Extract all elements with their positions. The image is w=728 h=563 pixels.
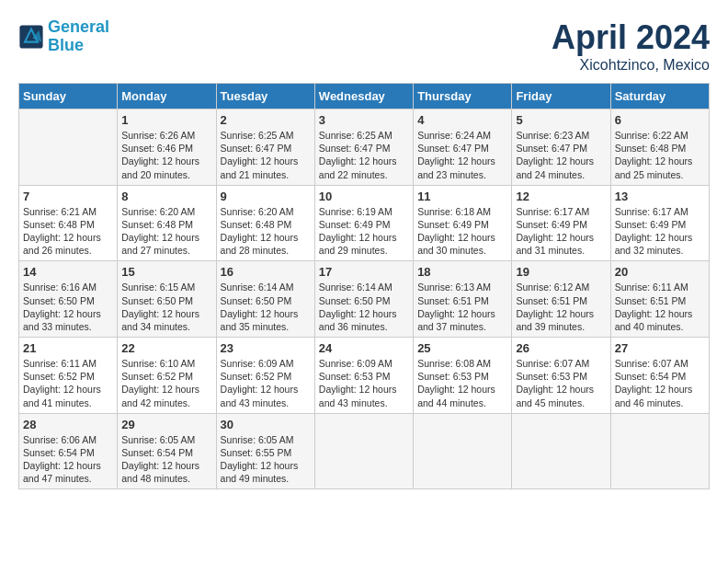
col-header-sunday: Sunday: [19, 84, 118, 109]
calendar-cell: 24Sunrise: 6:09 AM Sunset: 6:53 PM Dayli…: [314, 338, 413, 414]
col-header-thursday: Thursday: [414, 84, 512, 109]
logo-blue: Blue: [48, 36, 84, 54]
day-number: 15: [121, 265, 211, 279]
day-number: 22: [121, 341, 211, 355]
calendar-cell: [314, 413, 413, 489]
day-info: Sunrise: 6:07 AM Sunset: 6:53 PM Dayligh…: [516, 357, 606, 409]
day-number: 25: [417, 341, 507, 355]
day-number: 1: [121, 113, 211, 127]
day-number: 23: [221, 341, 311, 355]
day-number: 24: [319, 341, 409, 355]
calendar-cell: 28Sunrise: 6:06 AM Sunset: 6:54 PM Dayli…: [19, 413, 118, 489]
calendar-week-row: 28Sunrise: 6:06 AM Sunset: 6:54 PM Dayli…: [19, 413, 710, 489]
calendar-cell: 17Sunrise: 6:14 AM Sunset: 6:50 PM Dayli…: [314, 261, 413, 338]
day-info: Sunrise: 6:25 AM Sunset: 6:47 PM Dayligh…: [221, 129, 311, 181]
day-number: 14: [23, 265, 113, 279]
calendar-cell: [414, 413, 512, 489]
calendar-cell: 16Sunrise: 6:14 AM Sunset: 6:50 PM Dayli…: [216, 261, 314, 338]
day-number: 18: [417, 265, 507, 279]
day-number: 17: [319, 265, 409, 279]
calendar-cell: 11Sunrise: 6:18 AM Sunset: 6:49 PM Dayli…: [414, 185, 512, 261]
day-number: 11: [417, 190, 507, 203]
logo-icon: [18, 24, 44, 50]
day-info: Sunrise: 6:20 AM Sunset: 6:48 PM Dayligh…: [121, 205, 211, 258]
calendar-cell: 9Sunrise: 6:20 AM Sunset: 6:48 PM Daylig…: [216, 185, 314, 261]
calendar-cell: 15Sunrise: 6:15 AM Sunset: 6:50 PM Dayli…: [118, 261, 216, 338]
day-info: Sunrise: 6:09 AM Sunset: 6:53 PM Dayligh…: [319, 357, 409, 409]
calendar-week-row: 7Sunrise: 6:21 AM Sunset: 6:48 PM Daylig…: [19, 185, 710, 261]
calendar-cell: [610, 413, 709, 489]
day-number: 3: [319, 113, 409, 127]
day-number: 5: [516, 113, 606, 127]
calendar-cell: 14Sunrise: 6:16 AM Sunset: 6:50 PM Dayli…: [19, 261, 118, 338]
calendar-week-row: 14Sunrise: 6:16 AM Sunset: 6:50 PM Dayli…: [19, 261, 710, 338]
calendar-cell: 3Sunrise: 6:25 AM Sunset: 6:47 PM Daylig…: [314, 109, 413, 186]
day-info: Sunrise: 6:07 AM Sunset: 6:54 PM Dayligh…: [615, 357, 705, 409]
calendar-header-row: SundayMondayTuesdayWednesdayThursdayFrid…: [19, 84, 710, 109]
day-info: Sunrise: 6:17 AM Sunset: 6:49 PM Dayligh…: [615, 205, 705, 258]
day-number: 12: [516, 190, 606, 203]
calendar-cell: [512, 413, 610, 489]
calendar-cell: 8Sunrise: 6:20 AM Sunset: 6:48 PM Daylig…: [118, 185, 216, 261]
page-header: General Blue April 2024 Xicohtzinco, Mex…: [18, 18, 710, 74]
day-info: Sunrise: 6:11 AM Sunset: 6:52 PM Dayligh…: [23, 357, 113, 409]
day-info: Sunrise: 6:14 AM Sunset: 6:50 PM Dayligh…: [221, 281, 311, 333]
calendar-cell: 18Sunrise: 6:13 AM Sunset: 6:51 PM Dayli…: [414, 261, 512, 338]
calendar-cell: 26Sunrise: 6:07 AM Sunset: 6:53 PM Dayli…: [512, 338, 610, 414]
day-info: Sunrise: 6:15 AM Sunset: 6:50 PM Dayligh…: [121, 281, 211, 333]
calendar-cell: 12Sunrise: 6:17 AM Sunset: 6:49 PM Dayli…: [512, 185, 610, 261]
day-info: Sunrise: 6:13 AM Sunset: 6:51 PM Dayligh…: [417, 281, 507, 333]
day-info: Sunrise: 6:10 AM Sunset: 6:52 PM Dayligh…: [121, 357, 211, 409]
calendar-cell: 13Sunrise: 6:17 AM Sunset: 6:49 PM Dayli…: [610, 185, 709, 261]
calendar-cell: [19, 109, 118, 186]
col-header-monday: Monday: [118, 84, 216, 109]
day-number: 9: [221, 190, 311, 203]
calendar-cell: 25Sunrise: 6:08 AM Sunset: 6:53 PM Dayli…: [414, 338, 512, 414]
calendar-week-row: 21Sunrise: 6:11 AM Sunset: 6:52 PM Dayli…: [19, 338, 710, 414]
logo-general: General: [48, 17, 109, 36]
day-number: 7: [23, 190, 113, 203]
day-number: 19: [516, 265, 606, 279]
logo-text: General Blue: [48, 18, 109, 55]
day-info: Sunrise: 6:22 AM Sunset: 6:48 PM Dayligh…: [615, 129, 705, 181]
day-info: Sunrise: 6:09 AM Sunset: 6:52 PM Dayligh…: [221, 357, 311, 409]
day-number: 2: [221, 113, 311, 127]
calendar-cell: 7Sunrise: 6:21 AM Sunset: 6:48 PM Daylig…: [19, 185, 118, 261]
calendar-cell: 6Sunrise: 6:22 AM Sunset: 6:48 PM Daylig…: [610, 109, 709, 186]
calendar-cell: 2Sunrise: 6:25 AM Sunset: 6:47 PM Daylig…: [216, 109, 314, 186]
day-number: 8: [121, 190, 211, 203]
calendar-cell: 5Sunrise: 6:23 AM Sunset: 6:47 PM Daylig…: [512, 109, 610, 186]
col-header-tuesday: Tuesday: [216, 84, 314, 109]
col-header-saturday: Saturday: [610, 84, 709, 109]
day-number: 29: [121, 418, 211, 431]
col-header-friday: Friday: [512, 84, 610, 109]
day-number: 6: [615, 113, 705, 127]
day-info: Sunrise: 6:12 AM Sunset: 6:51 PM Dayligh…: [516, 281, 606, 333]
calendar-cell: 4Sunrise: 6:24 AM Sunset: 6:47 PM Daylig…: [414, 109, 512, 186]
location-title: Xicohtzinco, Mexico: [552, 57, 710, 74]
day-number: 16: [221, 265, 311, 279]
day-number: 4: [417, 113, 507, 127]
col-header-wednesday: Wednesday: [314, 84, 413, 109]
calendar-cell: 10Sunrise: 6:19 AM Sunset: 6:49 PM Dayli…: [314, 185, 413, 261]
calendar-week-row: 1Sunrise: 6:26 AM Sunset: 6:46 PM Daylig…: [19, 109, 710, 186]
day-info: Sunrise: 6:16 AM Sunset: 6:50 PM Dayligh…: [23, 281, 113, 333]
day-number: 10: [319, 190, 409, 203]
day-info: Sunrise: 6:23 AM Sunset: 6:47 PM Dayligh…: [516, 129, 606, 181]
calendar-cell: 20Sunrise: 6:11 AM Sunset: 6:51 PM Dayli…: [610, 261, 709, 338]
calendar-cell: 23Sunrise: 6:09 AM Sunset: 6:52 PM Dayli…: [216, 338, 314, 414]
calendar-cell: 27Sunrise: 6:07 AM Sunset: 6:54 PM Dayli…: [610, 338, 709, 414]
day-info: Sunrise: 6:25 AM Sunset: 6:47 PM Dayligh…: [319, 129, 409, 181]
day-info: Sunrise: 6:19 AM Sunset: 6:49 PM Dayligh…: [319, 205, 409, 258]
title-area: April 2024 Xicohtzinco, Mexico: [552, 18, 710, 74]
calendar-cell: 30Sunrise: 6:05 AM Sunset: 6:55 PM Dayli…: [216, 413, 314, 489]
logo: General Blue: [18, 18, 109, 55]
day-info: Sunrise: 6:08 AM Sunset: 6:53 PM Dayligh…: [417, 357, 507, 409]
day-number: 20: [615, 265, 705, 279]
day-number: 26: [516, 341, 606, 355]
day-info: Sunrise: 6:24 AM Sunset: 6:47 PM Dayligh…: [417, 129, 507, 181]
calendar-cell: 22Sunrise: 6:10 AM Sunset: 6:52 PM Dayli…: [118, 338, 216, 414]
day-number: 13: [615, 190, 705, 203]
day-info: Sunrise: 6:05 AM Sunset: 6:54 PM Dayligh…: [121, 433, 211, 486]
day-info: Sunrise: 6:26 AM Sunset: 6:46 PM Dayligh…: [121, 129, 211, 181]
